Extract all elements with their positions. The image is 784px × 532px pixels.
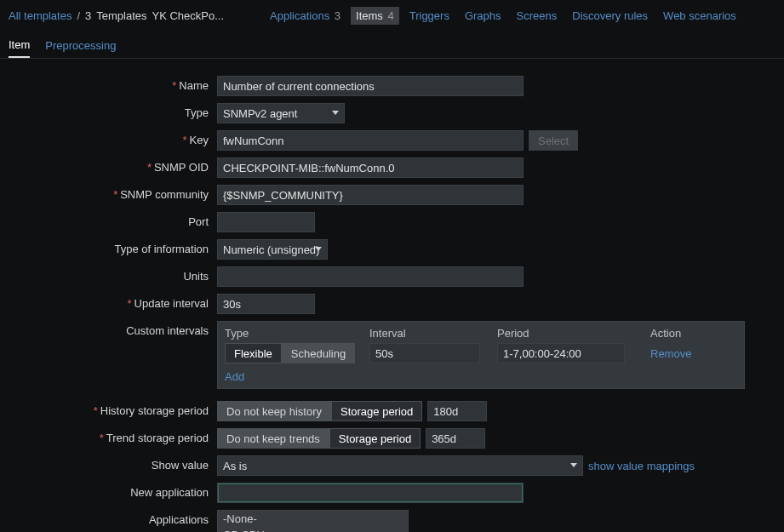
breadcrumb-count: 3	[85, 9, 91, 22]
snmp-oid-input[interactable]	[217, 157, 524, 178]
name-input[interactable]	[217, 76, 524, 96]
history-do-not-keep[interactable]: Do not keep history	[217, 401, 331, 421]
nav-applications-label: Applications	[270, 9, 329, 22]
label-trend-storage: Trend storage period	[106, 432, 209, 444]
interval-type-flexible[interactable]: Flexible	[225, 343, 282, 363]
nav-graphs[interactable]: Graphs	[460, 7, 506, 25]
interval-type-segment: Flexible Scheduling	[225, 343, 355, 363]
tab-item[interactable]: Item	[9, 33, 30, 58]
interval-type-scheduling[interactable]: Scheduling	[282, 343, 355, 363]
label-name: Name	[179, 79, 209, 92]
label-update-interval: Update interval	[134, 297, 209, 310]
nav-web-scenarios[interactable]: Web scenarios	[658, 7, 741, 25]
nav-items-label: Items	[356, 9, 383, 22]
update-interval-input[interactable]	[217, 294, 315, 314]
breadcrumb-separator: /	[77, 9, 80, 22]
nav-screens[interactable]: Screens	[512, 7, 563, 25]
interval-add-link[interactable]: Add	[225, 370, 244, 383]
label-units: Units	[183, 270, 209, 283]
nav-discovery-rules[interactable]: Discovery rules	[567, 7, 653, 25]
applications-option-cp-cpu[interactable]: CP CPU	[218, 527, 408, 532]
trend-storage-segment: Do not keep trends Storage period	[217, 428, 421, 449]
nav-triggers[interactable]: Triggers	[404, 7, 455, 25]
custom-intervals-head-action: Action	[650, 327, 718, 340]
label-type-of-information: Type of information	[114, 243, 209, 255]
trend-storage-period[interactable]: Storage period	[329, 428, 421, 449]
nav-items[interactable]: Items 4	[351, 7, 399, 25]
breadcrumb-templates-label: Templates	[96, 9, 146, 22]
item-form: *Name Type SNMPv2 agent *Key Select *SNM…	[0, 59, 784, 532]
trend-storage-value-input[interactable]	[426, 428, 485, 449]
label-history-storage: History storage period	[100, 404, 209, 417]
key-select-button: Select	[529, 130, 578, 151]
custom-intervals-head-type: Type	[225, 327, 369, 340]
custom-intervals-table: Type Interval Period Action Flexible Sch…	[217, 321, 745, 389]
breadcrumb-current-template: YK CheckPo...	[152, 9, 225, 22]
show-value-mappings-link[interactable]: show value mappings	[588, 460, 695, 472]
history-storage-segment: Do not keep history Storage period	[217, 401, 422, 421]
label-snmp-community: SNMP community	[120, 188, 209, 201]
label-new-application: New application	[130, 486, 209, 499]
label-show-value: Show value	[152, 459, 209, 472]
show-value-select[interactable]: As is	[218, 456, 582, 475]
tab-preprocessing[interactable]: Preprocessing	[45, 34, 116, 57]
label-port: Port	[188, 215, 209, 228]
history-storage-value-input[interactable]	[427, 401, 487, 421]
custom-intervals-head-interval: Interval	[369, 327, 497, 340]
label-snmp-oid: SNMP OID	[154, 161, 209, 174]
label-key: Key	[190, 134, 209, 146]
port-input[interactable]	[217, 212, 315, 232]
nav-applications-count: 3	[335, 9, 340, 22]
nav-applications[interactable]: Applications 3	[265, 7, 346, 25]
trend-do-not-keep[interactable]: Do not keep trends	[217, 428, 329, 449]
custom-interval-row: Flexible Scheduling Remove	[225, 343, 737, 363]
label-custom-intervals: Custom intervals	[126, 324, 209, 337]
breadcrumb-nav-row: All templates / 3 Templates YK CheckPo..…	[0, 0, 784, 30]
history-storage-period[interactable]: Storage period	[331, 401, 422, 421]
breadcrumb-all-templates[interactable]: All templates	[9, 9, 72, 22]
type-of-information-select[interactable]: Numeric (unsigned)	[218, 240, 339, 259]
interval-remove-link[interactable]: Remove	[650, 347, 691, 360]
key-input[interactable]	[217, 130, 524, 151]
units-input[interactable]	[217, 266, 524, 287]
label-type: Type	[185, 106, 209, 119]
applications-listbox[interactable]: -None- CP CPU CP General CP Memory	[217, 510, 409, 532]
applications-option-none[interactable]: -None-	[218, 511, 408, 527]
type-select[interactable]: SNMPv2 agent	[218, 104, 317, 123]
new-application-input[interactable]	[217, 483, 524, 503]
interval-value-input[interactable]	[369, 343, 480, 363]
interval-period-input[interactable]	[497, 343, 625, 363]
label-applications: Applications	[149, 513, 209, 526]
chevron-down-icon	[332, 111, 339, 115]
custom-intervals-head-period: Period	[497, 327, 650, 340]
tab-row: Item Preprocessing	[0, 30, 784, 59]
nav-items-count: 4	[387, 9, 393, 22]
snmp-community-input[interactable]	[217, 185, 524, 205]
